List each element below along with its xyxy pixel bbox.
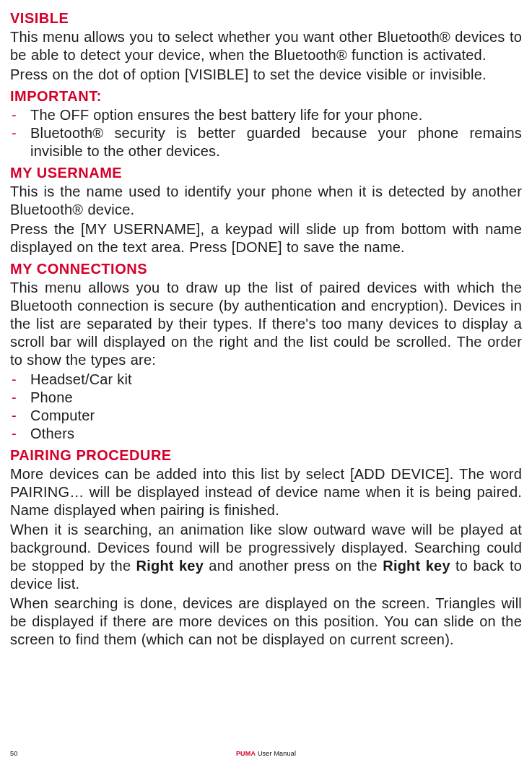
- list-item: Phone: [10, 389, 522, 407]
- page-number: 50: [10, 750, 17, 757]
- heading-my-connections: MY CONNECTIONS: [10, 261, 522, 277]
- brand-name: PUMA: [236, 750, 256, 757]
- paragraph: Press the [MY USERNAME], a keypad will s…: [10, 220, 522, 256]
- paragraph: Press on the dot of option [VISIBLE] to …: [10, 66, 522, 84]
- paragraph: When searching is done, devices are disp…: [10, 595, 522, 649]
- device-types-list: Headset/Car kit Phone Computer Others: [10, 371, 522, 443]
- heading-pairing-procedure: PAIRING PROCEDURE: [10, 447, 522, 464]
- footer-title: PUMA User Manual: [236, 750, 296, 757]
- text-run: and another press on the: [204, 558, 383, 574]
- paragraph: When it is searching, an animation like …: [10, 521, 522, 593]
- important-list: The OFF option ensures the best battery …: [10, 106, 522, 160]
- paragraph: More devices can be added into this list…: [10, 465, 522, 519]
- manual-label: User Manual: [256, 750, 296, 757]
- list-item: Bluetooth® security is better guarded be…: [10, 124, 522, 160]
- heading-important: IMPORTANT:: [10, 88, 522, 105]
- paragraph: This is the name used to identify your p…: [10, 183, 522, 219]
- list-item: The OFF option ensures the best battery …: [10, 106, 522, 124]
- paragraph: This menu allows you to select whether y…: [10, 28, 522, 64]
- footer: 50 PUMA User Manual 50: [10, 750, 522, 757]
- paragraph: This menu allows you to draw up the list…: [10, 279, 522, 369]
- heading-visible: VISIBLE: [10, 10, 522, 27]
- heading-my-username: MY USERNAME: [10, 165, 522, 181]
- list-item: Headset/Car kit: [10, 371, 522, 389]
- list-item: Others: [10, 425, 522, 443]
- bold-right-key: Right key: [383, 558, 450, 574]
- bold-right-key: Right key: [136, 558, 204, 574]
- list-item: Computer: [10, 407, 522, 425]
